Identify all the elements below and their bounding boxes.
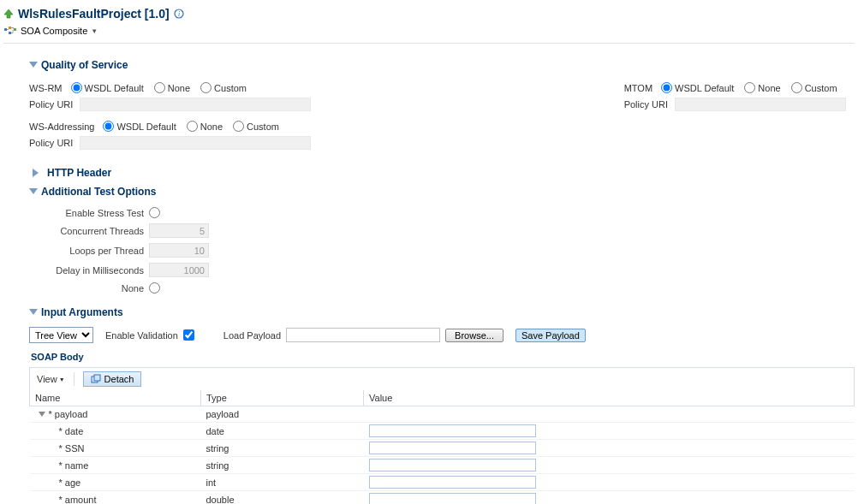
detach-icon xyxy=(91,374,101,384)
mtom-radio-group: WSDL Default None Custom xyxy=(661,82,837,93)
row-name: * name xyxy=(59,460,89,471)
none-label: None xyxy=(29,283,149,294)
table-row[interactable]: * namestring xyxy=(30,457,855,474)
wsaddr-custom[interactable]: Custom xyxy=(233,121,279,132)
wsrm-label: WS-RM xyxy=(29,83,63,93)
col-name[interactable]: Name xyxy=(30,390,201,406)
enable-validation-label: Enable Validation xyxy=(105,330,178,341)
wsrm-radio-group: WSDL Default None Custom xyxy=(71,82,247,93)
row-name: * amount xyxy=(59,495,97,505)
row-type: string xyxy=(201,440,364,457)
table-row[interactable]: * datedate xyxy=(30,423,855,440)
row-name: * SSN xyxy=(59,443,85,454)
soa-composite-icon xyxy=(3,26,17,36)
svg-rect-7 xyxy=(94,375,100,381)
row-value-input[interactable] xyxy=(369,459,536,471)
qos-title: Quality of Service xyxy=(41,59,128,71)
row-name: * date xyxy=(59,426,84,436)
table-row[interactable]: * payloadpayload xyxy=(30,406,855,423)
addopts-section-header[interactable]: Additional Test Options xyxy=(29,182,855,201)
http-header-title: HTTP Header xyxy=(47,167,111,179)
delay-input[interactable] xyxy=(149,263,209,277)
row-disclosure-icon[interactable] xyxy=(39,412,45,417)
soap-tree-table: Name Type Value * payloadpayload* dateda… xyxy=(29,390,855,504)
row-type: string xyxy=(201,457,364,474)
table-row[interactable]: * SSNstring xyxy=(30,440,855,457)
disclosure-icon xyxy=(29,309,38,315)
row-type: int xyxy=(201,474,364,491)
page-title: WlsRulesFaultProject [1.0] xyxy=(18,7,170,21)
qos-section-header[interactable]: Quality of Service xyxy=(29,56,855,74)
enable-stress-label: Enable Stress Test xyxy=(29,208,149,218)
header: WlsRulesFaultProject [1.0] i xyxy=(3,5,855,22)
info-icon[interactable]: i xyxy=(174,9,184,19)
row-value-input[interactable] xyxy=(369,442,536,454)
row-name: * payload xyxy=(49,409,88,419)
policy-uri-label-2: Policy URI xyxy=(29,138,73,148)
inputargs-section-header[interactable]: Input Arguments xyxy=(29,303,855,322)
qos-body: WS-RM WSDL Default None Custom Policy UR… xyxy=(29,74,855,165)
mtom-none[interactable]: None xyxy=(744,82,780,93)
wsaddr-none[interactable]: None xyxy=(187,121,223,132)
row-value-input[interactable] xyxy=(369,493,536,504)
row-type: double xyxy=(201,491,364,505)
concurrent-input[interactable] xyxy=(149,223,209,238)
disclosure-icon xyxy=(29,188,38,194)
wsaddr-radio-group: WSDL Default None Custom xyxy=(103,121,279,132)
http-header-section[interactable]: HTTP Header xyxy=(29,165,855,182)
row-value-input[interactable] xyxy=(369,476,536,489)
wsrm-none[interactable]: None xyxy=(154,82,190,93)
delay-label: Delay in Milliseconds xyxy=(29,265,149,276)
inputargs-toolbar: Tree View Enable Validation Load Payload… xyxy=(29,322,855,348)
wsrm-default[interactable]: WSDL Default xyxy=(71,82,144,93)
row-value-input[interactable] xyxy=(369,424,536,437)
enable-stress-radio[interactable] xyxy=(149,207,160,218)
wsaddr-label: WS-Addressing xyxy=(29,122,94,132)
loops-label: Loops per Thread xyxy=(29,246,149,256)
row-name: * age xyxy=(59,477,81,488)
none-radio[interactable] xyxy=(149,282,160,294)
table-row[interactable]: * ageint xyxy=(30,474,855,491)
mtom-label: MTOM xyxy=(624,83,652,93)
table-row[interactable]: * amountdouble xyxy=(30,491,855,505)
load-payload-input[interactable] xyxy=(286,328,440,342)
treeview-select[interactable]: Tree View xyxy=(29,327,93,343)
svg-rect-3 xyxy=(9,27,11,29)
policy-uri-label-1: Policy URI xyxy=(29,99,73,110)
detach-button[interactable]: Detach xyxy=(83,371,142,387)
row-type: date xyxy=(201,423,364,440)
table-toolbar: View ▼ Detach xyxy=(29,367,855,390)
svg-rect-2 xyxy=(4,28,7,31)
addopts-title: Additional Test Options xyxy=(41,186,156,198)
wsaddr-policy-uri-input[interactable] xyxy=(80,136,311,150)
policy-uri-label-3: Policy URI xyxy=(624,99,668,110)
row-type: payload xyxy=(201,406,364,423)
load-payload-label: Load Payload xyxy=(223,330,281,341)
breadcrumb-link[interactable]: SOA Composite xyxy=(21,26,87,36)
up-arrow-icon[interactable] xyxy=(3,9,14,19)
svg-rect-4 xyxy=(9,32,11,34)
wsrm-custom[interactable]: Custom xyxy=(200,82,247,93)
mtom-policy-uri-input[interactable] xyxy=(675,98,846,111)
svg-text:i: i xyxy=(177,10,179,18)
enable-validation-checkbox[interactable] xyxy=(183,329,194,341)
wsaddr-default[interactable]: WSDL Default xyxy=(103,121,176,132)
breadcrumb[interactable]: SOA Composite ▼ xyxy=(3,22,855,41)
col-type[interactable]: Type xyxy=(201,390,364,406)
mtom-custom[interactable]: Custom xyxy=(791,82,837,93)
disclosure-icon xyxy=(29,62,38,68)
concurrent-label: Concurrent Threads xyxy=(29,226,149,236)
wsrm-policy-uri-input[interactable] xyxy=(80,98,311,111)
loops-input[interactable] xyxy=(149,243,209,258)
col-value[interactable]: Value xyxy=(364,390,855,406)
svg-rect-5 xyxy=(14,28,16,31)
save-payload-button[interactable]: Save Payload xyxy=(515,329,586,342)
chevron-down-icon[interactable]: ▼ xyxy=(91,27,98,35)
soap-body-label: SOAP Body xyxy=(29,348,855,367)
view-menu[interactable]: View ▼ xyxy=(37,374,65,384)
stress-body: Enable Stress Test Concurrent Threads Lo… xyxy=(29,201,855,303)
disclosure-collapsed-icon xyxy=(33,169,43,177)
browse-button[interactable]: Browse... xyxy=(445,329,503,342)
inputargs-title: Input Arguments xyxy=(41,306,123,318)
mtom-default[interactable]: WSDL Default xyxy=(661,82,734,93)
